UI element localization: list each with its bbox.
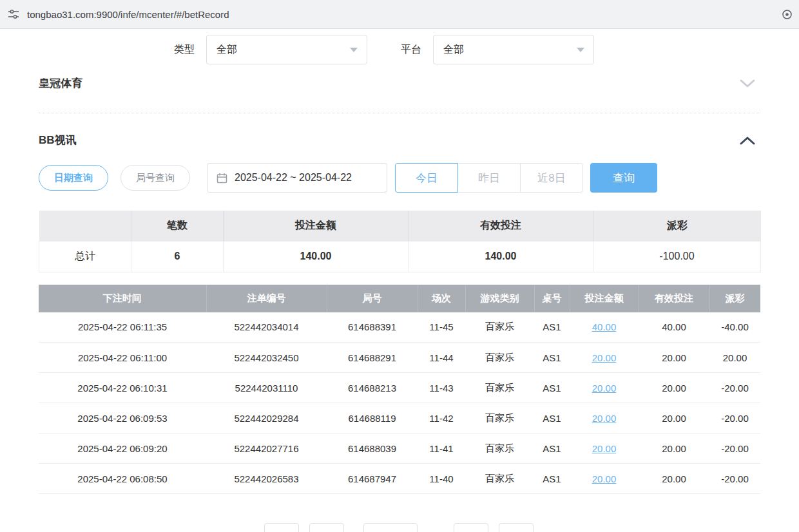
pagination-next-button[interactable] (499, 523, 534, 532)
cell-game-type: 百家乐 (465, 312, 534, 343)
search-button[interactable]: 查询 (590, 163, 657, 193)
date-range-input[interactable]: 2025-04-22 ~ 2025-04-22 (207, 163, 387, 193)
pagination-page-select[interactable] (363, 523, 418, 532)
cell-table-no: AS1 (534, 343, 570, 373)
summary-payout: -100.00 (593, 241, 761, 272)
table-row: 2025-04-22 06:11:35 522442034014 6146883… (39, 312, 760, 343)
quick-date-group: 今日 昨日 近8日 (395, 163, 583, 193)
cell-game-type: 百家乐 (465, 403, 534, 433)
cell-bet-id: 522442026583 (206, 464, 327, 494)
table-header-row: 下注时间 注单编号 局号 场次 游戏类别 桌号 投注金额 有效投注 派彩 (39, 285, 760, 312)
pagination-prev-button[interactable] (264, 523, 299, 532)
cell-bet-amount: 20.00 (570, 433, 639, 464)
bet-amount-link[interactable]: 20.00 (592, 383, 617, 394)
cell-bet-id: 522442029284 (206, 403, 327, 433)
cell-session: 11-40 (418, 464, 465, 494)
main-content: 类型 全部 平台 全部 皇冠体育 BB视讯 日期查询 局号查询 (0, 35, 799, 494)
section-crown-sports[interactable]: 皇冠体育 (39, 76, 760, 113)
yesterday-button[interactable]: 昨日 (457, 163, 521, 193)
header-payout: 派彩 (709, 285, 760, 312)
cell-table-no: AS1 (534, 464, 570, 494)
summary-header-blank (39, 211, 131, 241)
summary-header-bet-amount: 投注金额 (224, 211, 409, 241)
cell-valid-bet: 20.00 (639, 403, 709, 433)
cell-valid-bet: 20.00 (639, 464, 709, 494)
date-range-value: 2025-04-22 ~ 2025-04-22 (235, 172, 352, 184)
cell-game-type: 百家乐 (465, 433, 534, 464)
calendar-icon (217, 173, 227, 184)
cell-table-no: AS1 (534, 403, 570, 433)
bet-amount-link[interactable]: 20.00 (592, 443, 617, 454)
platform-select[interactable]: 全部 (433, 35, 594, 64)
cell-bet-time: 2025-04-22 06:09:20 (39, 433, 206, 464)
cell-table-no: AS1 (534, 373, 570, 403)
round-query-button[interactable]: 局号查询 (120, 165, 190, 191)
bet-amount-link[interactable]: 20.00 (592, 413, 617, 424)
cell-round: 614688391 (327, 312, 418, 343)
summary-bet-amount: 140.00 (224, 241, 409, 272)
header-valid-bet: 有效投注 (639, 285, 709, 312)
type-select[interactable]: 全部 (206, 35, 367, 64)
summary-table: 笔数 投注金额 有效投注 派彩 总计 6 140.00 140.00 -100.… (39, 211, 761, 272)
header-bet-time: 下注时间 (39, 285, 206, 312)
today-button[interactable]: 今日 (395, 163, 458, 193)
cell-table-no: AS1 (534, 433, 570, 464)
table-row: 2025-04-22 06:11:00 522442032450 6146882… (39, 343, 760, 373)
table-row: 2025-04-22 06:10:31 522442031110 6146882… (39, 373, 760, 403)
summary-header-count: 笔数 (131, 211, 224, 241)
query-toolbar: 日期查询 局号查询 2025-04-22 ~ 2025-04-22 今日 昨日 … (39, 163, 760, 193)
bet-amount-link[interactable]: 20.00 (592, 473, 617, 484)
table-row: 2025-04-22 06:09:53 522442029284 6146881… (39, 403, 760, 433)
bet-amount-link[interactable]: 20.00 (592, 352, 617, 363)
cell-bet-id: 522442031110 (206, 373, 327, 403)
header-round: 局号 (327, 285, 418, 312)
page-action-icon[interactable] (782, 9, 793, 20)
header-bet-amount: 投注金额 (570, 285, 639, 312)
cell-valid-bet: 20.00 (639, 343, 709, 373)
cell-payout: -20.00 (709, 464, 760, 494)
cell-game-type: 百家乐 (465, 343, 534, 373)
cell-valid-bet: 20.00 (639, 373, 709, 403)
summary-total-label: 总计 (39, 241, 131, 272)
pagination-page-button[interactable] (309, 523, 344, 532)
crown-sports-title: 皇冠体育 (39, 76, 82, 91)
pagination-page-button[interactable] (454, 523, 488, 532)
cell-payout: 20.00 (709, 343, 760, 373)
chevron-down-icon (350, 48, 358, 52)
cell-bet-amount: 20.00 (570, 343, 639, 373)
cell-session: 11-42 (418, 403, 465, 433)
cell-round: 614688291 (327, 343, 418, 373)
summary-header-row: 笔数 投注金额 有效投注 派彩 (39, 211, 761, 241)
cell-bet-time: 2025-04-22 06:09:53 (39, 403, 206, 433)
url-text[interactable]: tongbao31.com:9900/infe/mcenter/#/betRec… (27, 9, 774, 20)
section-bb-video[interactable]: BB视讯 (39, 133, 760, 147)
chevron-down-icon[interactable] (740, 79, 760, 88)
platform-filter-label: 平台 (401, 43, 421, 57)
cell-payout: -40.00 (709, 312, 760, 343)
site-settings-icon[interactable] (8, 8, 19, 20)
summary-header-payout: 派彩 (593, 211, 761, 241)
date-query-button[interactable]: 日期查询 (39, 165, 108, 191)
cell-bet-time: 2025-04-22 06:08:50 (39, 464, 206, 494)
cell-payout: -20.00 (709, 373, 760, 403)
cell-session: 11-43 (418, 373, 465, 403)
cell-valid-bet: 40.00 (639, 312, 709, 343)
header-session: 场次 (418, 285, 465, 312)
summary-count: 6 (131, 241, 224, 272)
cell-round: 614688039 (327, 433, 418, 464)
cell-bet-time: 2025-04-22 06:10:31 (39, 373, 206, 403)
type-filter-label: 类型 (174, 43, 195, 57)
bet-amount-link[interactable]: 40.00 (592, 321, 617, 332)
cell-bet-time: 2025-04-22 06:11:00 (39, 343, 206, 373)
header-table-no: 桌号 (534, 285, 570, 312)
cell-bet-time: 2025-04-22 06:11:35 (39, 312, 206, 343)
cell-session: 11-41 (418, 433, 465, 464)
last8days-button[interactable]: 近8日 (520, 163, 583, 193)
cell-payout: -20.00 (709, 403, 760, 433)
cell-bet-amount: 20.00 (570, 373, 639, 403)
chevron-up-icon[interactable] (740, 136, 760, 145)
cell-game-type: 百家乐 (465, 464, 534, 494)
cell-round: 614688119 (327, 403, 418, 433)
cell-table-no: AS1 (534, 312, 570, 343)
cell-payout: -20.00 (709, 433, 760, 464)
